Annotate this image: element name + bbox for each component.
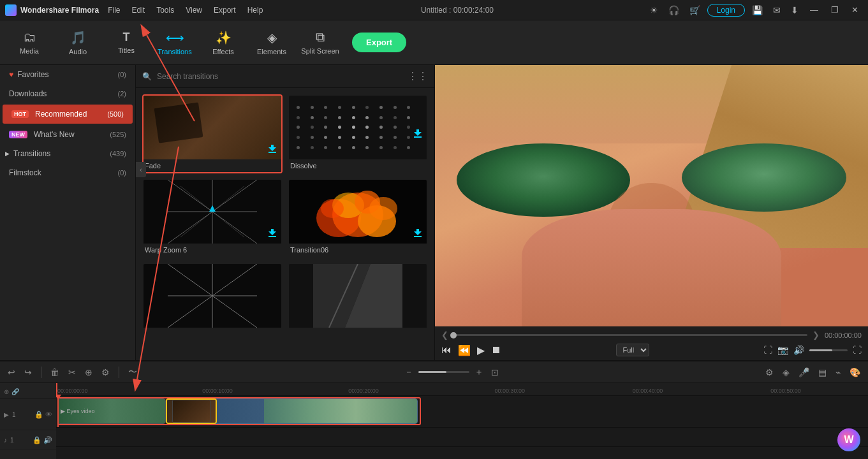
track-a1-lock-button[interactable]: 🔒: [33, 436, 41, 444]
sun-icon[interactable]: ☀: [647, 4, 661, 17]
transition-card-dissolve[interactable]: Dissolve: [288, 94, 428, 173]
mail-icon[interactable]: ✉: [770, 4, 784, 17]
transitions-sidebar-label: Transitions: [13, 149, 50, 158]
mic-button[interactable]: 🎤: [796, 366, 812, 379]
headset-icon[interactable]: 🎧: [665, 4, 682, 17]
ripple-button[interactable]: ⊕: [82, 366, 95, 379]
audio-track-icon: ♪: [4, 437, 7, 444]
transition-card-warp-zoom[interactable]: Warp Zoom 6: [142, 178, 283, 258]
menu-help[interactable]: Help: [242, 4, 268, 16]
track-lock-button[interactable]: 🔒: [34, 411, 43, 419]
menu-export[interactable]: Export: [209, 4, 241, 16]
search-input[interactable]: [157, 72, 402, 81]
play-button[interactable]: ▶: [477, 344, 485, 356]
sidebar-item-transitions[interactable]: ▶ Transitions (439): [0, 144, 135, 163]
track-eye-button[interactable]: 👁: [45, 411, 52, 419]
menu-view[interactable]: View: [180, 4, 207, 16]
ruler-mark-0: 00:00:00:00: [57, 388, 88, 394]
sidebar-item-whats-new[interactable]: NEW What's New (525): [0, 125, 135, 144]
waveform-button[interactable]: 〜: [126, 365, 140, 379]
add-track-icon[interactable]: ⊕: [4, 388, 9, 395]
sidebar-item-favorites[interactable]: ♥ Favorites (0): [0, 65, 135, 84]
svg-line-3: [212, 180, 257, 212]
fullscreen-icon[interactable]: ⛶: [763, 345, 772, 355]
color-grade-button[interactable]: 🎨: [847, 366, 863, 379]
download-icon[interactable]: ⬇: [788, 4, 802, 17]
login-button[interactable]: Login: [707, 4, 745, 17]
eyes-video-clip-label: ▶ Eyes video: [58, 407, 98, 416]
toolbar-split-screen[interactable]: ⧉ Split Screen: [297, 24, 343, 62]
ruler-mark-1: 00:00:10:00: [202, 388, 233, 394]
filmstock-count: (0): [118, 169, 126, 177]
panel-collapse-arrow[interactable]: ‹: [136, 162, 146, 177]
controls-row: ⏮ ⏪ ▶ ⏹ Full 1/2 1/4 ⛶ 📷 🔊: [441, 344, 862, 356]
toolbar-media[interactable]: 🗂 Media: [6, 24, 52, 62]
titlebar-right: ☀ 🎧 🛒 Login 💾 ✉ ⬇ — ❐ ✕: [647, 4, 863, 17]
menu-file[interactable]: File: [103, 4, 125, 16]
clip-settings-button[interactable]: ⚙: [99, 366, 112, 379]
clip-eyes-video[interactable]: ▶ Eyes video: [57, 398, 166, 424]
scissors-button[interactable]: ✂: [66, 366, 78, 379]
transitions-count: (439): [110, 150, 126, 157]
ruler-playhead: [56, 383, 57, 395]
link-icon[interactable]: 🔗: [11, 388, 19, 395]
subtitle-button[interactable]: ▤: [816, 366, 829, 379]
menu-edit[interactable]: Edit: [126, 4, 150, 16]
transition-card-6[interactable]: [288, 263, 428, 334]
svg-line-13: [212, 212, 244, 237]
titles-label: Titles: [118, 47, 135, 54]
undo-button[interactable]: ↩: [5, 366, 18, 379]
transition-auto-button[interactable]: ⌁: [833, 366, 843, 379]
step-back-button[interactable]: ⏮: [441, 344, 452, 356]
transition-card-fade[interactable]: Fade: [142, 94, 283, 173]
minimize-button[interactable]: —: [805, 4, 823, 16]
sidebar-item-filmstock[interactable]: Filmstock (0): [0, 163, 135, 182]
toolbar-elements[interactable]: ◈ Elements: [249, 24, 295, 62]
snap-button[interactable]: ⚙: [763, 366, 776, 379]
grid-options-icon[interactable]: ⋮⋮: [408, 70, 428, 82]
zoom-in-button[interactable]: ＋: [472, 365, 486, 379]
volume-icon[interactable]: 🔊: [793, 345, 804, 355]
close-button[interactable]: ✕: [847, 4, 863, 16]
toolbar-titles[interactable]: T Titles: [103, 24, 149, 62]
preview-video: [435, 65, 868, 326]
marker-button[interactable]: ◈: [780, 366, 792, 379]
titles-icon: T: [123, 31, 130, 44]
stop-button[interactable]: ⏹: [491, 344, 501, 356]
track-area-wrap: 00:00:00:00 00:00:10:00 00:00:20:00 00:0…: [56, 383, 868, 459]
progress-bar[interactable]: [453, 334, 807, 336]
save-icon[interactable]: 💾: [749, 4, 766, 17]
sidebar-item-downloads[interactable]: Downloads (2): [0, 84, 135, 103]
sidebar-item-recommended[interactable]: HOT Recommended (500): [3, 105, 133, 124]
resolution-select[interactable]: Full 1/2 1/4: [616, 344, 649, 356]
zoom-out-button[interactable]: －: [402, 365, 416, 379]
export-button[interactable]: Export: [352, 33, 406, 52]
expand-icon[interactable]: ⛶: [853, 345, 862, 355]
track-a1-vol-button[interactable]: 🔊: [43, 436, 52, 444]
transition-card-06[interactable]: Transition06: [288, 178, 428, 258]
dissolve-download-icon: [413, 128, 423, 140]
redo-button[interactable]: ↪: [22, 366, 34, 379]
elements-label: Elements: [257, 48, 286, 55]
zoom-slider[interactable]: [418, 371, 469, 373]
fit-button[interactable]: ⊡: [489, 366, 501, 379]
cart-icon[interactable]: 🛒: [686, 4, 703, 17]
svg-line-5: [212, 212, 257, 244]
maximize-button[interactable]: ❐: [827, 4, 843, 16]
bracket-right: ❯: [813, 330, 820, 340]
volume-slider[interactable]: [809, 349, 848, 351]
svg-rect-1: [414, 136, 422, 138]
toolbar-audio[interactable]: 🎵 Audio: [55, 24, 101, 62]
transition-card-5[interactable]: [142, 263, 283, 334]
clip-selected-thumbnail[interactable]: [166, 398, 217, 424]
toolbar-effects[interactable]: ✨ Effects: [200, 24, 246, 62]
whats-new-label: What's New: [34, 130, 75, 139]
timeline-toolbar: ↩ ↪ 🗑 ✂ ⊕ ⚙ 〜 － ＋ ⊡ ⚙ ◈ 🎤 ▤ ⌁ 🎨: [0, 361, 868, 383]
delete-button[interactable]: 🗑: [48, 366, 62, 379]
screenshot-icon[interactable]: 📷: [777, 345, 788, 355]
play-back-button[interactable]: ⏪: [458, 344, 471, 356]
transitions-icon: ⟷: [166, 30, 184, 45]
menu-tools[interactable]: Tools: [151, 4, 179, 16]
toolbar-transitions[interactable]: ⟷ Transitions: [152, 24, 198, 62]
progress-thumb: [450, 332, 457, 339]
